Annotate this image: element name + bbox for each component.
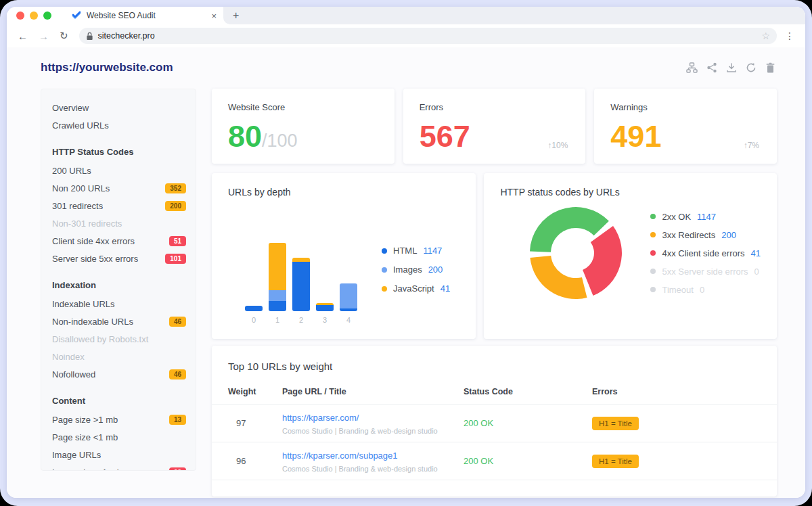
legend-2xx-ok: 2xx OK 1147 bbox=[650, 212, 761, 222]
page-url-link[interactable]: https://kparser.com/ bbox=[282, 413, 359, 423]
sidebar-item-image-urls[interactable]: Image URLs bbox=[52, 446, 186, 463]
sidebar-item-label: Crawled URLs bbox=[52, 120, 109, 131]
sidebar-item-label: Page size >1 mb bbox=[52, 415, 118, 425]
sidebar-item-server-side-5xx-errors[interactable]: Server side 5xx errors101 bbox=[52, 250, 186, 267]
sidebar-item-noindex[interactable]: Noindex bbox=[52, 348, 186, 365]
bar-segment-html bbox=[292, 262, 310, 311]
sitemap-icon[interactable] bbox=[686, 62, 698, 73]
depth-chart-legend: HTML 1147Images 200JavaScript 41 bbox=[382, 215, 450, 324]
bar-axis-label: 0 bbox=[245, 316, 263, 324]
top-urls-card: Top 10 URLs by weight Weight Page URL / … bbox=[212, 346, 777, 497]
sidebar-group: IndexationIndexable URLsNon-indexable UR… bbox=[52, 276, 186, 383]
browser-menu-icon[interactable]: ⋮ bbox=[784, 30, 796, 41]
legend-label: 5xx Server side errors bbox=[662, 267, 748, 277]
sidebar-item-label: Indexable URLs bbox=[52, 299, 115, 309]
sidebar-item-page-size-1-mb[interactable]: Page size <1 mb bbox=[52, 428, 186, 446]
legend-images: Images 200 bbox=[382, 264, 450, 275]
minimize-window-button[interactable] bbox=[30, 12, 38, 20]
sidebar-item-client-side-4xx-errors[interactable]: Client side 4xx errors51 bbox=[52, 232, 186, 250]
zoom-window-button[interactable] bbox=[43, 12, 51, 20]
sidebar-item-label: Non-301 redirects bbox=[52, 218, 122, 229]
bar-segment-html bbox=[245, 306, 263, 311]
bar-depth-3 bbox=[316, 303, 334, 311]
sidebar-item-label: Image URLs bbox=[52, 450, 101, 460]
sidebar-item-disallowed-by-robots-txt[interactable]: Disallowed by Robots.txt bbox=[52, 330, 186, 348]
reload-button[interactable]: ↻ bbox=[55, 30, 72, 42]
sidebar-item-page-size-1-mb[interactable]: Page size >1 mb13 bbox=[52, 411, 186, 428]
sidebar-item-nofollowed[interactable]: Nofollowed46 bbox=[52, 365, 186, 383]
col-weight: Weight bbox=[228, 387, 282, 396]
tab-close-icon[interactable]: × bbox=[211, 11, 217, 21]
sidebar-item-non-indexable-urls[interactable]: Non-indexable URLs46 bbox=[52, 313, 186, 330]
legend-dot bbox=[382, 248, 387, 254]
sidebar-item-badge: 51 bbox=[169, 236, 186, 246]
report-sidebar: OverviewCrawled URLsHTTP Status Codes200… bbox=[41, 89, 196, 471]
page-title-text: Cosmos Studio | Branding & web-design st… bbox=[282, 427, 464, 435]
sidebar-item-image-size-1-mb[interactable]: Image size >1 mb22 bbox=[52, 463, 186, 471]
website-score-value: 80/100 bbox=[228, 121, 378, 152]
warnings-value: 491 bbox=[610, 121, 761, 152]
sidebar-item-label: Server side 5xx errors bbox=[52, 254, 138, 264]
bar-segment-images bbox=[340, 283, 357, 308]
legend-dot bbox=[650, 232, 656, 237]
bar-segment-images bbox=[269, 290, 286, 301]
bar-depth-2 bbox=[292, 258, 310, 311]
status-donut-chart bbox=[522, 199, 630, 307]
donut-segment-3xx-redirects bbox=[531, 256, 587, 299]
sidebar-item-non-301-redirects[interactable]: Non-301 redirects bbox=[52, 214, 186, 232]
close-window-button[interactable] bbox=[16, 12, 24, 20]
legend-value: 41 bbox=[751, 248, 761, 258]
address-bar[interactable]: sitechecker.pro ☆ bbox=[79, 28, 777, 44]
legend-dot bbox=[382, 267, 387, 273]
report-actions bbox=[686, 62, 775, 73]
sidebar-item-indexable-urls[interactable]: Indexable URLs bbox=[52, 295, 186, 313]
forward-button[interactable]: → bbox=[35, 30, 53, 42]
bar-segment-javascript bbox=[269, 243, 286, 290]
legend-label: Images bbox=[393, 264, 422, 275]
screenshot-frame: Website SEO Audit × + ← → ↻ sitechecker.… bbox=[0, 0, 812, 506]
donut-segment-4xx-client-side-errors bbox=[583, 226, 623, 296]
depth-bar-chart bbox=[245, 215, 357, 311]
browser-tab[interactable]: Website SEO Audit × bbox=[62, 7, 223, 24]
page-url-link[interactable]: https://kparser.com/subpage1 bbox=[282, 451, 398, 461]
download-icon[interactable] bbox=[726, 62, 737, 73]
back-button[interactable]: ← bbox=[14, 30, 32, 42]
legend-timeout: Timeout 0 bbox=[650, 285, 761, 295]
legend-javascript: JavaScript 41 bbox=[382, 283, 450, 294]
col-errors: Errors bbox=[592, 387, 761, 396]
legend-value: 200 bbox=[428, 264, 443, 275]
sidebar-item-badge: 101 bbox=[165, 254, 186, 264]
stat-cards: Website Score 80/100 Errors 567 ↑10% War… bbox=[212, 89, 777, 164]
sidebar-item-label: Non-indexable URLs bbox=[52, 317, 133, 327]
cell-page-url: https://kparser.com/subpage1Cosmos Studi… bbox=[282, 449, 464, 473]
error-badge: H1 = Title bbox=[592, 455, 639, 468]
bar-axis-label: 1 bbox=[269, 316, 286, 324]
errors-delta: ↑10% bbox=[547, 141, 568, 150]
audited-site-url: https://yourwebsite.com bbox=[41, 61, 173, 74]
bar-axis-label: 3 bbox=[316, 316, 334, 324]
sidebar-item-200-urls[interactable]: 200 URLs bbox=[52, 162, 186, 179]
sidebar-item-label: 301 redirects bbox=[52, 201, 103, 211]
share-icon[interactable] bbox=[706, 62, 717, 73]
status-codes-card: HTTP status codes by URLs 2xx OK 11473xx… bbox=[484, 173, 777, 339]
urls-by-depth-card: URLs by depth 01234 HTML 1147Images 200J… bbox=[212, 173, 476, 339]
sidebar-item-overview[interactable]: Overview bbox=[52, 99, 186, 116]
legend-4xx-client-side-errors: 4xx Client side errors 41 bbox=[650, 248, 761, 258]
trash-icon[interactable] bbox=[765, 62, 775, 73]
col-status-code: Status Code bbox=[464, 387, 592, 396]
sidebar-item-non-200-urls[interactable]: Non 200 URLs352 bbox=[52, 179, 186, 197]
sidebar-item-301-redirects[interactable]: 301 redirects200 bbox=[52, 197, 186, 214]
refresh-icon[interactable] bbox=[746, 62, 757, 73]
legend-dot bbox=[382, 286, 387, 292]
new-tab-button[interactable]: + bbox=[233, 10, 239, 21]
tab-strip: Website SEO Audit × + bbox=[7, 7, 805, 24]
bookmark-star-icon[interactable]: ☆ bbox=[761, 30, 770, 41]
sidebar-item-label: 200 URLs bbox=[52, 166, 91, 176]
tab-strip-rest: + bbox=[223, 7, 805, 24]
cell-errors: H1 = Title bbox=[592, 455, 761, 468]
bar-depth-1 bbox=[269, 243, 286, 311]
bar-segment-html bbox=[269, 301, 286, 311]
sidebar-item-crawled-urls[interactable]: Crawled URLs bbox=[52, 116, 186, 134]
sidebar-item-label: Page size <1 mb bbox=[52, 432, 118, 442]
report-main: Website Score 80/100 Errors 567 ↑10% War… bbox=[212, 89, 777, 497]
